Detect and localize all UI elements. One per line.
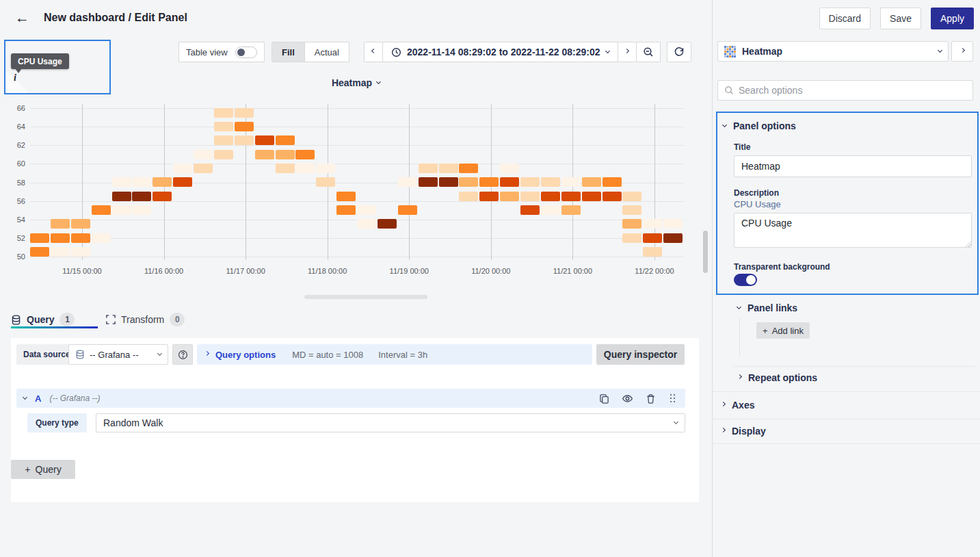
query-options-bar[interactable]: Query options MD = auto = 1008 Interval …	[197, 344, 592, 365]
heatmap-cell	[520, 205, 540, 215]
tab-query[interactable]: Query 1	[11, 311, 75, 328]
clock-icon	[391, 47, 401, 57]
query-row-header[interactable]: A (-- Grafana --)	[16, 389, 685, 408]
panel-description-tooltip: CPU Usage	[11, 53, 69, 69]
query-options-md: MD = auto = 1008	[292, 350, 363, 360]
collapse-query-chevron[interactable]	[23, 395, 27, 400]
heatmap-cell	[419, 164, 438, 173]
query-type-select[interactable]: Random Walk	[96, 413, 685, 432]
panel-resize-handle[interactable]	[304, 295, 427, 299]
visualization-picker[interactable]: Heatmap	[717, 41, 949, 62]
search-icon	[724, 86, 734, 95]
panel-options-header[interactable]: Panel options	[723, 120, 796, 131]
y-gridline	[30, 108, 684, 109]
main-scrollbar-thumb[interactable]	[703, 231, 708, 273]
discard-button[interactable]: Discard	[819, 8, 871, 29]
x-tick-label: 11/18 00:00	[300, 267, 355, 275]
y-tick-label: 52	[0, 234, 25, 242]
heatmap-cell	[51, 247, 70, 257]
panel-title-input[interactable]	[734, 155, 972, 177]
heatmap-cell	[643, 247, 662, 257]
y-gridline	[30, 145, 684, 146]
query-row-datasource: (-- Grafana --)	[49, 393, 100, 403]
panel-links-title: Panel links	[747, 302, 797, 313]
heatmap-cell	[276, 164, 295, 173]
axes-section-header[interactable]: Axes	[721, 400, 754, 411]
heatmap-cell	[622, 233, 641, 243]
add-link-button[interactable]: Add link	[756, 322, 810, 339]
heatmap-cell	[173, 164, 192, 173]
heatmap-cell	[112, 177, 131, 187]
tab-transform[interactable]: Transform 0	[106, 311, 185, 328]
duplicate-query-icon[interactable]	[596, 393, 611, 404]
query-options-interval: Interval = 3h	[378, 350, 427, 360]
heatmap-cell	[582, 192, 601, 201]
back-button[interactable]	[15, 10, 34, 27]
add-query-label: Query	[36, 464, 62, 475]
refresh-icon	[674, 47, 685, 57]
transparent-background-label: Transparent background	[734, 262, 830, 272]
datasource-help-button[interactable]	[172, 344, 193, 365]
page-title: New dashboard / Edit Panel	[44, 12, 187, 24]
time-shift-forward-button[interactable]	[618, 42, 637, 62]
panel-header[interactable]: Heatmap	[0, 77, 712, 88]
fill-button[interactable]: Fill	[272, 42, 304, 62]
heatmap-cell	[357, 205, 376, 215]
panel-description-textarea[interactable]: CPU Usage	[734, 213, 972, 248]
datasource-picker[interactable]: -- Grafana --	[68, 344, 168, 365]
grafana-edit-panel-page: New dashboard / Edit Panel Discard Save …	[0, 0, 980, 557]
zoom-out-icon	[643, 47, 654, 57]
table-view-toggle[interactable]	[235, 47, 257, 58]
heatmap-cell	[378, 219, 397, 229]
heatmap-cell	[316, 164, 335, 173]
heatmap-cell	[30, 233, 49, 243]
x-tick-label: 11/20 00:00	[464, 267, 518, 275]
display-title: Display	[732, 426, 766, 437]
visualization-name: Heatmap	[742, 46, 932, 57]
heatmap-cell	[255, 150, 274, 159]
heatmap-cell	[316, 177, 335, 187]
heatmap-cell	[132, 177, 151, 187]
panel-links-header[interactable]: Panel links	[737, 302, 797, 313]
section-divider	[713, 443, 980, 444]
heatmap-cell	[71, 219, 90, 229]
section-divider	[734, 366, 975, 367]
sidebar-divider	[712, 0, 713, 557]
heatmap-cell	[561, 205, 581, 215]
heatmap-cell	[520, 192, 540, 201]
y-gridline	[30, 238, 684, 239]
heatmap-cell	[194, 150, 213, 159]
time-range-picker[interactable]: 2022-11-14 08:29:02 to 2022-11-22 08:29:…	[382, 42, 618, 62]
heatmap-cell	[295, 164, 315, 173]
search-options-input[interactable]	[739, 81, 966, 99]
display-section-header[interactable]: Display	[721, 426, 766, 437]
time-shift-back-button[interactable]	[364, 42, 383, 62]
heatmap-cell	[336, 192, 356, 201]
repeat-options-title: Repeat options	[748, 372, 817, 383]
transparent-background-toggle[interactable]	[734, 274, 757, 286]
transform-icon	[106, 315, 116, 324]
add-query-button[interactable]: Query	[11, 460, 75, 479]
query-inspector-button[interactable]: Query inspector	[596, 344, 685, 365]
heatmap-cell	[398, 205, 417, 215]
hide-response-eye-icon[interactable]	[620, 393, 635, 404]
description-preview: CPU Usage	[734, 199, 781, 209]
heatmap-cell	[582, 177, 601, 187]
refresh-button[interactable]	[667, 42, 691, 62]
zoom-out-button[interactable]	[636, 42, 661, 62]
repeat-options-header[interactable]: Repeat options	[738, 372, 817, 383]
panel-options-title: Panel options	[733, 120, 796, 131]
collapse-options-pane-button[interactable]	[951, 41, 973, 62]
delete-query-trash-icon[interactable]	[643, 393, 658, 404]
save-button[interactable]: Save	[880, 8, 921, 29]
y-tick-label: 50	[0, 252, 25, 261]
apply-button[interactable]: Apply	[931, 8, 974, 29]
heatmap-cell	[153, 192, 172, 201]
heatmap-chart: 50525456586062646611/15 00:0011/16 00:00…	[0, 103, 712, 285]
heatmap-cell	[112, 205, 131, 215]
heatmap-cell	[663, 219, 683, 229]
actual-button[interactable]: Actual	[305, 42, 349, 62]
heatmap-cell	[51, 233, 70, 243]
heatmap-cell	[173, 177, 192, 187]
search-options-box[interactable]	[717, 80, 973, 101]
